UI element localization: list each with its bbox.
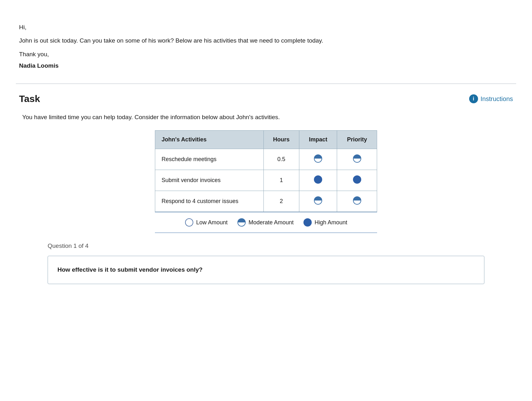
activity-impact	[299, 170, 337, 191]
email-sender: Nadia Loomis	[19, 61, 513, 71]
col-header-priority: Priority	[337, 131, 377, 149]
activities-table: John's Activities Hours Impact Priority …	[155, 130, 377, 212]
activity-priority	[337, 170, 377, 191]
table-row: Reschedule meetings 0.5	[155, 149, 377, 170]
low-amount-icon	[185, 218, 194, 227]
svg-point-2	[314, 176, 322, 183]
legend-section: Low Amount Moderate Amount High Amount	[155, 212, 377, 233]
question-label: Question 1 of 4	[22, 242, 510, 249]
high-amount-icon	[303, 218, 312, 227]
legend-low-label: Low Amount	[196, 219, 228, 226]
activity-priority	[337, 191, 377, 212]
table-header-row: John's Activities Hours Impact Priority	[155, 131, 377, 149]
moderate-priority-icon	[353, 154, 362, 163]
section-divider	[16, 84, 516, 84]
activity-name: Reschedule meetings	[155, 149, 264, 170]
info-icon: i	[469, 94, 478, 103]
activity-priority	[337, 149, 377, 170]
col-header-impact: Impact	[299, 131, 337, 149]
email-body: John is out sick today. Can you take on …	[19, 36, 513, 46]
activity-name: Submit vendor invoices	[155, 170, 264, 191]
email-section: Hi, John is out sick today. Can you take…	[16, 13, 516, 80]
moderate-impact-icon-2	[314, 196, 323, 205]
activity-impact	[299, 149, 337, 170]
svg-point-3	[353, 176, 361, 183]
high-impact-icon	[314, 175, 323, 184]
legend-moderate: Moderate Amount	[237, 218, 294, 227]
activity-name: Respond to 4 customer issues	[155, 191, 264, 212]
email-greeting: Hi,	[19, 22, 513, 32]
activity-hours: 0.5	[263, 149, 299, 170]
svg-point-6	[185, 219, 193, 226]
instructions-label: Instructions	[481, 95, 513, 103]
instructions-button[interactable]: i Instructions	[469, 94, 513, 103]
task-section: Task i Instructions You have limited tim…	[16, 93, 516, 284]
question-text-prefix: How effective is it to	[57, 266, 117, 273]
task-description: You have limited time you can help today…	[19, 114, 513, 121]
email-thanks: Thank you,	[19, 49, 513, 59]
legend-high: High Amount	[303, 218, 347, 227]
moderate-amount-icon	[237, 218, 246, 227]
table-row: Submit vendor invoices 1	[155, 170, 377, 191]
activity-hours: 1	[263, 170, 299, 191]
moderate-impact-icon	[314, 154, 323, 163]
task-title: Task	[19, 93, 40, 104]
svg-point-8	[304, 219, 311, 226]
table-row: Respond to 4 customer issues 2	[155, 191, 377, 212]
question-box: How effective is it to submit vendor inv…	[48, 256, 484, 284]
question-section: Question 1 of 4 How effective is it to s…	[19, 233, 513, 284]
moderate-priority-icon-2	[353, 196, 362, 205]
activity-hours: 2	[263, 191, 299, 212]
question-text-bold: submit vendor invoices only?	[117, 266, 203, 273]
col-header-activity: John's Activities	[155, 131, 264, 149]
activities-table-container: John's Activities Hours Impact Priority …	[155, 130, 377, 212]
high-priority-icon	[353, 175, 362, 184]
task-header: Task i Instructions	[19, 93, 513, 104]
legend-high-label: High Amount	[315, 219, 347, 226]
col-header-hours: Hours	[263, 131, 299, 149]
legend-moderate-label: Moderate Amount	[249, 219, 294, 226]
legend-low: Low Amount	[185, 218, 228, 227]
legend-container: Low Amount Moderate Amount High Amount	[155, 212, 377, 233]
activity-impact	[299, 191, 337, 212]
